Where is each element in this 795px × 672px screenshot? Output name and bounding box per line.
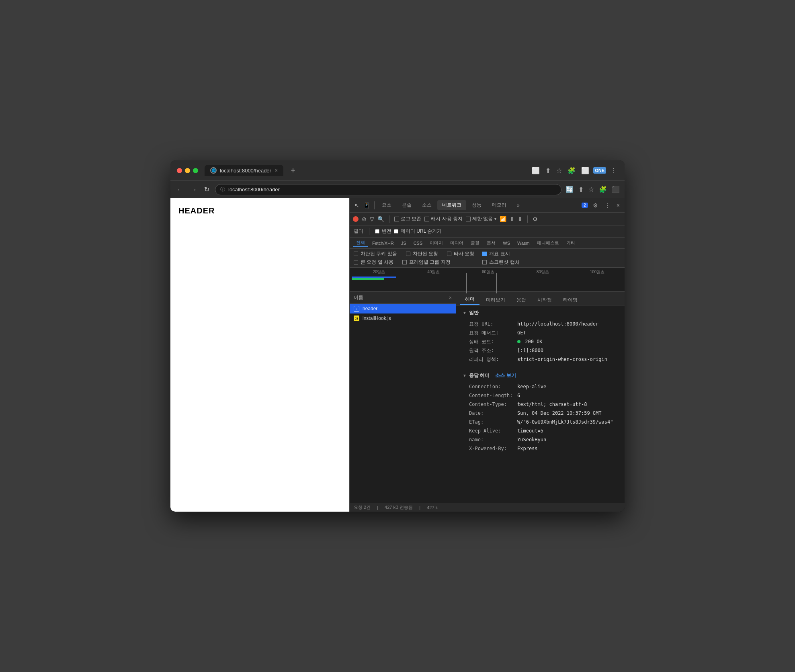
upload-icon[interactable]: ⬆ <box>510 216 514 222</box>
more-menu-icon[interactable]: ⋮ <box>609 166 618 175</box>
bookmark-icon[interactable]: ☆ <box>555 166 563 175</box>
blocked-request-checkbox[interactable] <box>406 252 410 256</box>
filter-type-doc[interactable]: 문서 <box>484 239 499 247</box>
share-icon[interactable]: ⬆ <box>544 166 552 175</box>
profile-badge[interactable]: ONE <box>593 167 606 174</box>
bookmark-nav-icon[interactable]: ☆ <box>588 186 594 193</box>
filter-type-media[interactable]: 미디어 <box>447 239 467 247</box>
devtools-tab-sources[interactable]: 소스 <box>417 200 436 210</box>
hide-data-url-checkbox[interactable] <box>394 229 398 234</box>
general-section-header[interactable]: ▼ 일반 <box>463 309 618 316</box>
refresh-button[interactable]: ↻ <box>203 184 211 195</box>
forward-button[interactable]: → <box>189 184 199 195</box>
sidebar-nav-icon[interactable]: ⬛ <box>612 186 620 193</box>
screenshot-checkbox[interactable] <box>482 260 487 264</box>
log-preserve-checkbox[interactable] <box>394 217 399 221</box>
wifi-icon[interactable]: 📶 <box>500 216 506 222</box>
devtools-device-icon[interactable]: 📱 <box>362 201 372 209</box>
disable-cache-group: 캐시 사용 중지 <box>424 215 463 222</box>
third-party-checkbox[interactable] <box>447 252 451 256</box>
status-dot <box>517 340 520 343</box>
devtools-tab-elements[interactable]: 요소 <box>377 200 396 210</box>
devtools-tab-console[interactable]: 콘솔 <box>397 200 416 210</box>
filter-icon[interactable]: ▽ <box>370 216 374 222</box>
sidebar-icon[interactable]: ⬜ <box>580 166 591 175</box>
download-icon[interactable]: ⬇ <box>518 216 522 222</box>
status-resources: 427 k <box>427 505 438 510</box>
filter-type-image[interactable]: 이미지 <box>426 239 446 247</box>
request-item-installhook[interactable]: JS installHook.js <box>350 313 456 323</box>
record-button[interactable] <box>353 216 359 222</box>
page-header: HEADER <box>170 198 349 223</box>
filter-type-wasm[interactable]: Wasm <box>514 240 533 246</box>
resp-xpowered-val: Express <box>517 445 538 452</box>
filter-type-css[interactable]: CSS <box>410 240 426 246</box>
extra-options-row: 차단된 쿠키 있음 차단된 요청 타사 요청 큰 요청 열 사용 프레임별 그룹… <box>350 249 625 268</box>
devtools-tab-more[interactable]: » <box>512 201 525 210</box>
detail-tab-headers[interactable]: 헤더 <box>460 294 479 305</box>
request-method-key: 요청 메서드: <box>469 329 517 336</box>
devtools-close-icon[interactable]: × <box>615 201 621 209</box>
filter-type-manifest[interactable]: 매니페스트 <box>534 239 562 247</box>
devtools-settings-icon[interactable]: ⚙ <box>591 201 600 209</box>
close-traffic-light[interactable] <box>177 168 182 173</box>
filter-type-fetch[interactable]: Fetch/XHR <box>369 240 397 246</box>
source-link[interactable]: 소스 보기 <box>495 372 516 379</box>
extensions-nav-icon[interactable]: 🧩 <box>599 186 607 193</box>
overview-checkbox[interactable] <box>482 252 487 256</box>
detail-tab-preview[interactable]: 미리보기 <box>481 295 510 305</box>
browser-tab[interactable]: 🌐 localhost:8000/header × <box>205 165 283 176</box>
translate-nav-icon[interactable]: 🔄 <box>566 186 574 193</box>
request-list-close[interactable]: × <box>449 295 452 301</box>
status-sep-2: | <box>419 505 420 510</box>
status-sep-1: | <box>377 505 378 510</box>
large-rows-label: 큰 요청 열 사용 <box>361 259 393 266</box>
large-rows-checkbox[interactable] <box>354 260 358 264</box>
tl-track-1 <box>352 277 623 280</box>
extensions-icon[interactable]: 🧩 <box>566 166 577 175</box>
translate-icon[interactable]: ⬜ <box>530 166 541 175</box>
general-request-url-row: 요청 URL: http://localhost:8000/header <box>463 320 618 328</box>
minimize-traffic-light[interactable] <box>185 168 190 173</box>
detail-tab-initiator[interactable]: 시작점 <box>533 295 557 305</box>
general-arrow-icon: ▼ <box>463 311 467 315</box>
address-bar[interactable]: ⓘ localhost:8000/header <box>215 184 561 195</box>
tab-close-button[interactable]: × <box>275 167 278 174</box>
devtools-cursor-icon[interactable]: ↖ <box>353 201 361 209</box>
resp-content-type-key: Content-Type: <box>469 401 517 408</box>
response-headers-section-header[interactable]: ▼ 응답 헤더 소스 보기 <box>463 372 618 379</box>
new-tab-button[interactable]: + <box>288 166 298 175</box>
clear-icon[interactable]: ⊘ <box>362 216 367 222</box>
filter-type-other[interactable]: 기타 <box>563 239 578 247</box>
devtools-tab-performance[interactable]: 성능 <box>467 200 486 210</box>
tl-vline-2 <box>496 273 497 293</box>
title-bar: 🌐 localhost:8000/header × + ⬜ ⬆ ☆ 🧩 ⬜ ON… <box>170 160 625 180</box>
blocked-cookie-checkbox[interactable] <box>354 252 358 256</box>
invert-checkbox[interactable] <box>375 229 379 234</box>
filter-type-font[interactable]: 글꼴 <box>467 239 483 247</box>
filter-type-js[interactable]: JS <box>398 240 410 246</box>
group-by-frame-checkbox[interactable] <box>402 260 407 264</box>
devtools-actions: 2 ⚙ ⋮ × <box>582 201 621 209</box>
back-button[interactable]: ← <box>175 184 185 195</box>
request-item-header[interactable]: ≡ header <box>350 304 456 313</box>
tl-vline-1 <box>466 273 467 293</box>
filter-type-all[interactable]: 전체 <box>353 239 368 247</box>
search-icon[interactable]: 🔍 <box>377 216 384 222</box>
devtools-tab-network[interactable]: 네트워크 <box>437 200 466 210</box>
network-settings-icon[interactable]: ⚙ <box>533 216 538 222</box>
filter-type-ws[interactable]: WS <box>500 240 513 246</box>
detail-tab-timing[interactable]: 타이밍 <box>558 295 582 305</box>
request-item-header-icon: ≡ <box>354 306 359 311</box>
throttle-checkbox[interactable] <box>466 217 471 221</box>
disable-cache-checkbox[interactable] <box>424 217 429 221</box>
detail-tab-response[interactable]: 응답 <box>512 295 531 305</box>
devtools-more-icon[interactable]: ⋮ <box>603 201 612 209</box>
tl-label-60: 60밀초 <box>461 269 516 275</box>
log-preserve-label: 로그 보존 <box>401 215 421 222</box>
devtools-tab-memory[interactable]: 메모리 <box>487 200 511 210</box>
fullscreen-traffic-light[interactable] <box>193 168 198 173</box>
share-nav-icon[interactable]: ⬆ <box>578 186 584 193</box>
extra-col-right: 개요 표시 스크린샷 캡처 <box>482 250 519 266</box>
blocked-cookie-item: 차단된 쿠키 있음 차단된 요청 타사 요청 <box>354 250 474 257</box>
